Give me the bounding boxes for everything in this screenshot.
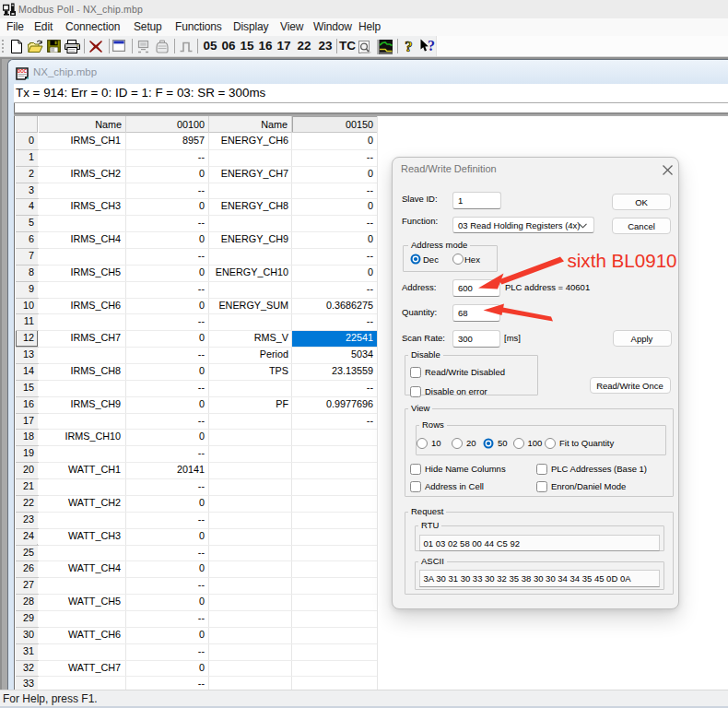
svg-text:?: ? bbox=[428, 39, 435, 53]
svg-text:DOC: DOC bbox=[18, 68, 28, 73]
svg-text:?: ? bbox=[405, 39, 413, 54]
